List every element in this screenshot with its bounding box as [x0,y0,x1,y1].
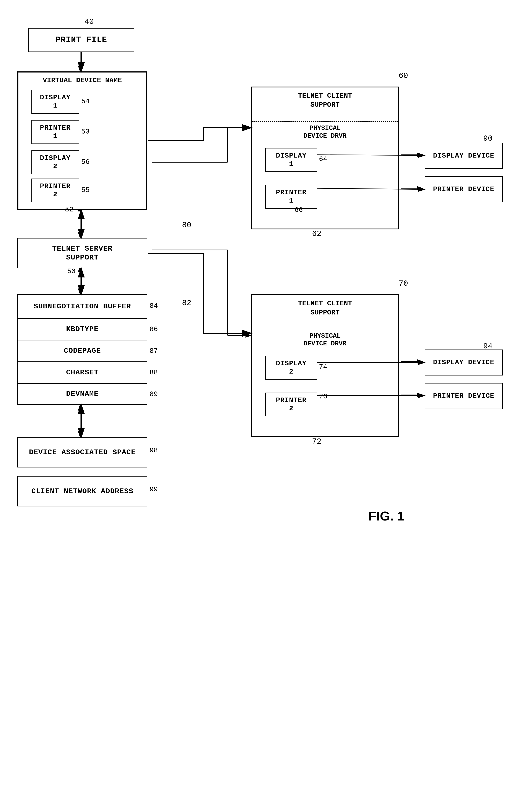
num-99: 99 [150,485,158,493]
telnet-client2-label: TELNET CLIENTSUPPORT [252,299,398,317]
num-52: 52 [65,206,73,214]
codepage-box: CODEPAGE [17,340,147,361]
fig-label: FIG. 1 [368,509,405,523]
client-network-label: CLIENT NETWORK ADDRESS [31,487,134,496]
display1-virt-box: DISPLAY1 [31,90,79,114]
subneg-buffer-box: SUBNEGOTIATION BUFFER [17,294,147,318]
display2-phys-label: DISPLAY2 [276,360,306,376]
devname-label: DEVNAME [66,390,99,398]
printer2-phys-box: PRINTER2 [265,393,317,416]
printer-device1-box: PRINTER DEVICE [425,176,503,202]
num-82: 82 [182,299,191,307]
telnet-server-box: TELNET SERVERSUPPORT [17,238,147,269]
display-device1-label: DISPLAY DEVICE [433,152,494,160]
printer1-phys-box: PRINTER1 [265,185,317,208]
charset-box: CHARSET [17,361,147,383]
printer-device2-box: PRINTER DEVICE [425,383,503,409]
phys-drvr2-label: PHYSICALDEVICE DRVR [252,332,398,348]
num-56: 56 [81,158,89,166]
num-54: 54 [81,97,89,105]
telnet-server-label: TELNET SERVERSUPPORT [52,244,112,262]
charset-label: CHARSET [66,368,99,377]
num-88: 88 [150,368,158,377]
num-70: 70 [399,279,408,288]
client-network-box: CLIENT NETWORK ADDRESS [17,476,147,506]
printer-device1-label: PRINTER DEVICE [433,185,494,193]
display1-phys-label: DISPLAY1 [276,152,306,169]
num-53: 53 [81,128,89,136]
num-84: 84 [150,302,158,310]
display-device2-box: DISPLAY DEVICE [425,349,503,376]
num-50: 50 [67,267,75,275]
num-55: 55 [81,186,89,194]
printer1-phys-label: PRINTER1 [276,188,306,205]
num-90: 90 [483,134,492,143]
devname-box: DEVNAME [17,383,147,405]
printer1-virt-label: PRINTER1 [40,124,70,141]
telnet-client2-outer: TELNET CLIENTSUPPORT PHYSICALDEVICE DRVR… [251,294,399,437]
display1-virt-label: DISPLAY1 [40,93,70,110]
display-device1-box: DISPLAY DEVICE [425,143,503,169]
printer-device2-label: PRINTER DEVICE [433,392,494,400]
num-62: 62 [312,229,321,238]
display2-virt-box: DISPLAY2 [31,150,79,174]
kbdtype-box: KBDTYPE [17,318,147,340]
device-assoc-box: DEVICE ASSOCIATED SPACE [17,437,147,467]
subneg-label: SUBNEGOTIATION BUFFER [33,302,131,311]
diagram: 40 PRINT FILE VIRTUAL DEVICE NAME DISPLA… [0,0,530,812]
display2-phys-box: DISPLAY2 [265,356,317,380]
phys-drvr1-label: PHYSICALDEVICE DRVR [252,124,398,140]
num-64: 64 [319,155,327,163]
num-98: 98 [150,447,158,454]
device-assoc-label: DEVICE ASSOCIATED SPACE [29,448,136,457]
num-76: 76 [319,393,327,401]
telnet-client1-label: TELNET CLIENTSUPPORT [252,91,398,109]
display1-phys-box: DISPLAY1 [265,148,317,172]
print-file-box: PRINT FILE [28,28,134,52]
num-74: 74 [319,363,327,371]
kbdtype-label: KBDTYPE [66,325,99,334]
num-80: 80 [182,221,191,230]
num-89: 89 [150,390,158,398]
telnet-client1-outer: TELNET CLIENTSUPPORT PHYSICALDEVICE DRVR… [251,87,399,229]
num-60: 60 [399,71,408,80]
codepage-label: CODEPAGE [64,347,101,356]
num-72: 72 [312,437,321,446]
printer2-virt-label: PRINTER2 [40,182,70,199]
display-device2-label: DISPLAY DEVICE [433,358,494,367]
num-40: 40 [84,17,94,26]
print-file-label: PRINT FILE [55,35,107,45]
virtual-device-name-outer: VIRTUAL DEVICE NAME DISPLAY1 54 PRINTER1… [17,71,147,210]
num-66: 66 [294,206,303,214]
printer2-virt-box: PRINTER2 [31,178,79,202]
virtual-device-name-label: VIRTUAL DEVICE NAME [18,76,146,85]
printer2-phys-label: PRINTER2 [276,396,306,413]
printer1-virt-box: PRINTER1 [31,120,79,144]
num-87: 87 [150,347,158,355]
num-86: 86 [150,325,158,333]
display2-virt-label: DISPLAY2 [40,154,70,171]
